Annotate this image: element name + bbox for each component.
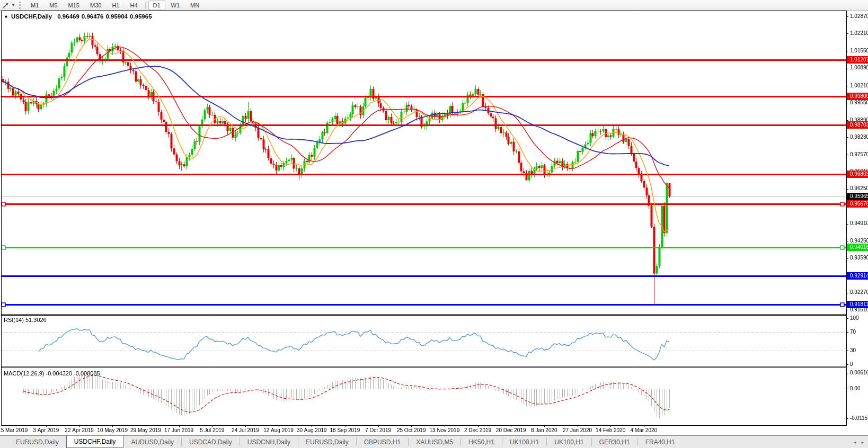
tab-eurusd-daily[interactable]: EURUSD,Daily bbox=[8, 436, 66, 448]
timeframe-button-M5[interactable]: M5 bbox=[45, 1, 62, 10]
tab-uk100-h1[interactable]: UK100,H1 bbox=[502, 436, 546, 448]
toolbar-grip-handle[interactable] bbox=[19, 2, 23, 9]
tab-uk100-h1[interactable]: UK100,H1 bbox=[547, 436, 591, 448]
mt4-window: ▼ M1M5M15M30H1H4D1W1MN ▼USDCHF,Daily0.96… bbox=[0, 0, 868, 448]
timeframe-button-D1[interactable]: D1 bbox=[148, 1, 165, 10]
timeframe-button-W1[interactable]: W1 bbox=[166, 1, 185, 10]
chart-area: ▼USDCHF,Daily0.964690.964760.959040.9596… bbox=[0, 11, 868, 435]
toolbar-separator bbox=[145, 2, 146, 9]
tab-usdcnh-daily[interactable]: USDCNH,Daily bbox=[240, 436, 298, 448]
tab-audusd-daily[interactable]: AUDUSD,Daily bbox=[123, 436, 181, 448]
timeframe-toolbar: ▼ M1M5M15M30H1H4D1W1MN bbox=[0, 0, 868, 11]
price-chart-canvas[interactable] bbox=[0, 11, 868, 435]
tab-xauusd-m5[interactable]: XAUUSD,M5 bbox=[409, 436, 460, 448]
tab-scroll-left-button[interactable]: ◂ bbox=[854, 440, 856, 445]
timeframe-button-M15[interactable]: M15 bbox=[64, 1, 84, 10]
tab-ger30-h1[interactable]: GER30,H1 bbox=[592, 436, 637, 448]
tab-usdcad-daily[interactable]: USDCAD,Daily bbox=[182, 436, 240, 448]
tab-usdchf-daily[interactable]: USDCHF,Daily bbox=[66, 436, 124, 448]
timeframe-button-M1[interactable]: M1 bbox=[26, 1, 43, 10]
tab-gbpusd-h1[interactable]: GBPUSD,H1 bbox=[357, 436, 408, 448]
tab-scroll-right-button[interactable]: ▸ bbox=[861, 440, 864, 445]
tab-hk50-h1[interactable]: HK50,H1 bbox=[461, 436, 502, 448]
timeframe-button-H1[interactable]: H1 bbox=[107, 1, 124, 10]
crosshair-tool-dropdown-icon[interactable]: ▼ bbox=[11, 3, 16, 7]
timeframe-button-M30[interactable]: M30 bbox=[85, 1, 106, 10]
timeframe-button-H4[interactable]: H4 bbox=[125, 1, 142, 10]
timeframe-button-MN[interactable]: MN bbox=[185, 1, 204, 10]
tab-eurusd-daily[interactable]: EURUSD,Daily bbox=[298, 436, 356, 448]
tab-fra40-h1[interactable]: FRA40,H1 bbox=[638, 436, 683, 448]
crosshair-tool-icon[interactable] bbox=[1, 1, 11, 10]
chart-tabbar: EURUSD,DailyUSDCHF,DailyAUDUSD,DailyUSDC… bbox=[0, 435, 868, 448]
